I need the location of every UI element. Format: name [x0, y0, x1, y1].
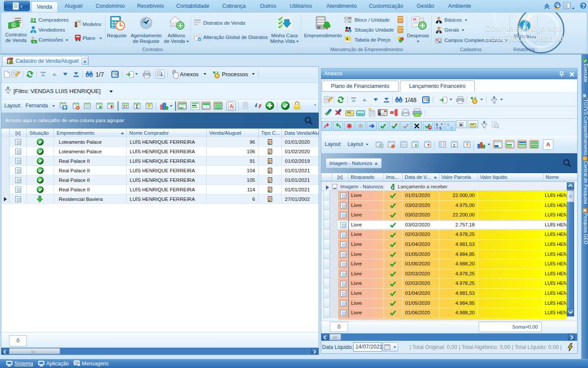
svg-text:Σ: Σ — [136, 104, 138, 109]
svg-text:$: $ — [447, 123, 449, 127]
svg-text:$: $ — [439, 126, 441, 129]
svg-text:B: B — [460, 123, 463, 127]
svg-text:A: A — [230, 103, 233, 110]
svg-text:0101: 0101 — [358, 113, 364, 115]
svg-text:$: $ — [346, 37, 348, 41]
svg-text:?: ? — [582, 3, 585, 9]
svg-text:i: i — [349, 29, 350, 33]
svg-text:Σ: Σ — [453, 143, 456, 148]
svg-text:$: $ — [436, 123, 438, 127]
svg-text:$: $ — [451, 126, 453, 129]
